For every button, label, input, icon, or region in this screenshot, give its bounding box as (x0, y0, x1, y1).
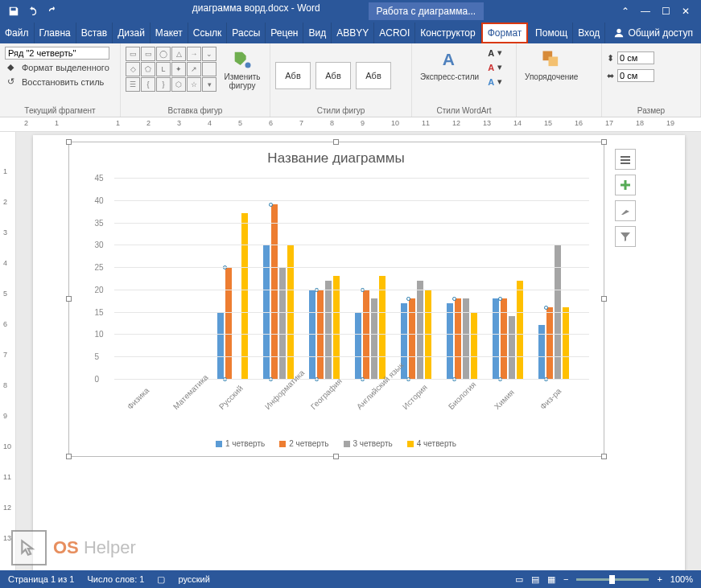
shape-style-3[interactable]: Абв (356, 62, 391, 89)
redo-icon[interactable] (45, 4, 60, 19)
tab-помощ[interactable]: Помощ (530, 23, 573, 43)
watermark-logo: OS Helper (11, 530, 136, 565)
undo-icon[interactable] (26, 4, 40, 19)
shape-style-1[interactable]: Абв (275, 62, 311, 89)
view-read-icon[interactable]: ▭ (515, 574, 523, 585)
shape-gallery[interactable]: ▭▭◯△→⌄ ◇⬠L✦↗ ☰{}⬡☆▾ (126, 47, 216, 92)
tab-формат[interactable]: Формат (481, 23, 529, 43)
height-input[interactable] (617, 51, 654, 64)
tab-abbyy[interactable]: ABBYY (332, 23, 374, 43)
svg-rect-4 (549, 57, 559, 67)
zoom-in-icon[interactable]: + (657, 574, 662, 584)
status-word-count[interactable]: Число слов: 1 (87, 574, 144, 584)
text-outline-button[interactable]: A▾ (485, 61, 505, 73)
width-input[interactable] (617, 69, 654, 82)
tab-дизай[interactable]: Дизай (113, 23, 151, 43)
vertical-ruler[interactable]: 12345678910111213 (0, 132, 16, 570)
svg-text:A: A (442, 50, 454, 68)
save-icon[interactable] (6, 4, 21, 19)
chart-layout-options-icon[interactable] (615, 149, 636, 170)
shape-style-2[interactable]: Абв (315, 62, 351, 89)
ribbon-group-wordart-styles: A Экспресс-стили A▾ A▾ A▾ Стили WordArt (412, 43, 517, 117)
ribbon-options-icon[interactable]: ⌃ (621, 6, 629, 17)
status-page[interactable]: Страница 1 из 1 (8, 574, 74, 584)
chart-tools-title: Работа с диаграмма... (369, 2, 485, 20)
tab-конструктор[interactable]: Конструктор (415, 23, 480, 43)
chart-plot-area[interactable]: 051015202530354045ФизикаМатематикаРусски… (114, 178, 589, 379)
ribbon: ◆Формат выделенного ↺Восстановить стиль … (0, 43, 701, 117)
tab-рецен[interactable]: Рецен (266, 23, 303, 43)
tab-acroi[interactable]: ACROI (374, 23, 415, 43)
height-icon: ⬍ (607, 53, 614, 64)
tab-ссылк[interactable]: Ссылк (188, 23, 228, 43)
text-effects-button[interactable]: A▾ (485, 76, 505, 88)
ribbon-group-shape-styles: Абв Абв Абв Стили фигур (270, 43, 412, 117)
tab-макет[interactable]: Макет (151, 23, 188, 43)
chart-filter-icon[interactable] (615, 226, 636, 247)
svg-rect-6 (621, 159, 630, 161)
chart-legend[interactable]: 1 четверть2 четверть3 четверть4 четверть (69, 439, 604, 448)
format-selection-button[interactable]: ◆Формат выделенного (5, 61, 112, 74)
tab-вход[interactable]: Вход (573, 23, 605, 43)
zoom-slider[interactable] (576, 578, 649, 581)
chart-title[interactable]: Название диаграммы (69, 142, 604, 170)
svg-rect-7 (621, 162, 630, 164)
close-icon[interactable]: ✕ (682, 6, 690, 17)
minimize-icon[interactable]: — (641, 6, 650, 17)
zoom-level[interactable]: 100% (670, 574, 693, 584)
titlebar: диаграмма ворд.docx - Word Работа с диаг… (0, 0, 701, 23)
text-fill-button[interactable]: A▾ (485, 47, 505, 59)
tab-рассы[interactable]: Рассы (227, 23, 266, 43)
page[interactable]: Название диаграммы 051015202530354045Физ… (33, 135, 685, 574)
svg-point-0 (617, 29, 621, 33)
view-print-icon[interactable]: ▤ (531, 574, 539, 585)
arrange-button[interactable]: Упорядочение (522, 47, 581, 83)
maximize-icon[interactable]: ☐ (662, 6, 670, 17)
tab-главна[interactable]: Главна (35, 23, 76, 43)
edit-shape-button[interactable]: Изменить фигуру (220, 47, 265, 92)
selection-dropdown[interactable] (5, 47, 109, 60)
chart-elements-icon[interactable] (615, 175, 636, 195)
status-proof-icon[interactable]: ▢ (157, 574, 165, 585)
statusbar: Страница 1 из 1 Число слов: 1 ▢ русский … (0, 570, 701, 588)
wordart-quick-styles-button[interactable]: A Экспресс-стили (417, 47, 482, 83)
document-title: диаграмма ворд.docx - Word (192, 2, 320, 20)
view-web-icon[interactable]: ▦ (547, 574, 555, 585)
svg-point-1 (245, 63, 251, 68)
chart-object[interactable]: Название диаграммы 051015202530354045Физ… (68, 142, 604, 457)
ribbon-tabs: ФайлГлавнаВставДизайМакетСсылкРассыРецен… (0, 23, 701, 43)
tab-вид[interactable]: Вид (303, 23, 332, 43)
svg-rect-5 (621, 156, 630, 158)
share-button[interactable]: Общий доступ (605, 23, 701, 43)
horizontal-ruler[interactable]: 2112345678910111213141516171819 (0, 117, 701, 132)
status-language[interactable]: русский (178, 574, 209, 584)
ribbon-group-arrange: Упорядочение (517, 43, 602, 117)
ribbon-group-size: ⬍ ⬌ Размер (602, 43, 701, 117)
zoom-out-icon[interactable]: − (563, 574, 568, 584)
reset-style-button[interactable]: ↺Восстановить стиль (5, 76, 106, 88)
ribbon-group-insert-shapes: ▭▭◯△→⌄ ◇⬠L✦↗ ☰{}⬡☆▾ Изменить фигуру Вста… (121, 43, 270, 117)
width-icon: ⬌ (607, 71, 614, 81)
ribbon-group-current-selection: ◆Формат выделенного ↺Восстановить стиль … (0, 43, 121, 117)
tab-встав[interactable]: Встав (76, 23, 113, 43)
chart-styles-icon[interactable] (615, 200, 636, 221)
tab-файл[interactable]: Файл (0, 23, 35, 43)
share-label: Общий доступ (628, 27, 693, 39)
document-area: 12345678910111213 Название диаграммы 051… (0, 132, 701, 570)
